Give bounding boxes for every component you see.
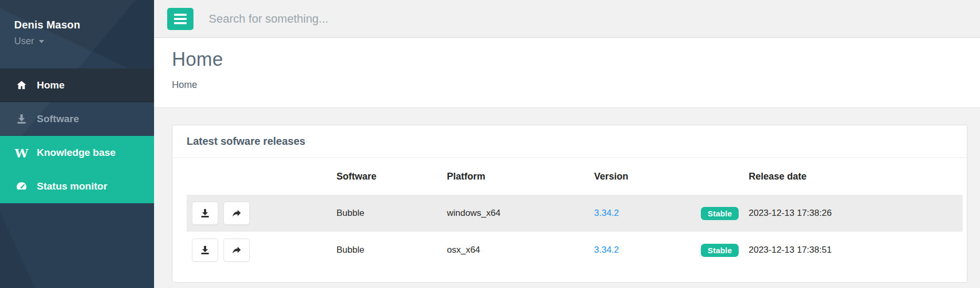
menu-toggle-button[interactable]: [167, 8, 193, 30]
cell-software: Bubble: [327, 195, 437, 232]
column-header-platform: Platform: [437, 158, 585, 195]
download-button[interactable]: [192, 202, 218, 225]
sidebar-item-label: Software: [37, 113, 79, 125]
share-icon: [231, 208, 242, 219]
chevron-down-icon: [39, 40, 44, 43]
page-header: Home Home: [154, 38, 980, 108]
sidebar: Denis Mason User Home Software W Knowled…: [0, 0, 154, 288]
share-button[interactable]: [223, 202, 250, 225]
status-badge: Stable: [701, 207, 739, 220]
wikipedia-icon: W: [14, 147, 29, 159]
version-link[interactable]: 3.34.2: [594, 208, 619, 218]
column-header-release-date: Release date: [739, 158, 963, 195]
table-row: Bubble windows_x64 3.34.2 Stable 2023-12…: [187, 195, 963, 232]
releases-table: Software Platform Version Release date: [187, 158, 963, 269]
sidebar-menu: Home Software W Knowledge base Status mo…: [0, 68, 154, 203]
cell-platform: windows_x64: [437, 195, 585, 232]
sidebar-item-knowledge-base[interactable]: W Knowledge base: [0, 136, 154, 170]
sidebar-item-status-monitor[interactable]: Status monitor: [0, 170, 154, 203]
column-header-channel: [691, 158, 739, 195]
user-profile: Denis Mason User: [0, 0, 154, 47]
sidebar-item-home[interactable]: Home: [0, 68, 154, 102]
column-header-software: Software: [327, 158, 437, 195]
download-button[interactable]: [192, 239, 218, 262]
search-input[interactable]: [208, 12, 578, 26]
cell-platform: osx_x64: [437, 232, 585, 269]
sidebar-item-label: Knowledge base: [37, 147, 116, 158]
share-icon: [231, 245, 242, 255]
sidebar-item-software[interactable]: Software: [0, 102, 154, 136]
table-header-row: Software Platform Version Release date: [187, 158, 963, 195]
sidebar-item-label: Home: [37, 80, 65, 91]
gauge-icon: [14, 181, 29, 192]
download-icon: [200, 245, 210, 255]
share-button[interactable]: [223, 239, 250, 262]
user-role-dropdown[interactable]: User: [14, 36, 44, 47]
releases-table-wrap: Software Platform Version Release date: [172, 158, 967, 269]
breadcrumb[interactable]: Home: [172, 80, 980, 91]
user-name: Denis Mason: [14, 19, 154, 31]
home-icon: [14, 80, 29, 91]
download-icon: [200, 208, 210, 219]
download-icon: [14, 113, 29, 125]
cell-release-date: 2023-12-13 17:38:26: [739, 195, 963, 232]
card-title: Latest sofware releases: [172, 125, 967, 158]
cell-software: Bubble: [327, 232, 437, 269]
column-header-actions: [187, 158, 327, 195]
status-badge: Stable: [701, 244, 739, 257]
user-role-label: User: [14, 36, 34, 47]
page-title: Home: [172, 48, 980, 71]
version-link[interactable]: 3.34.2: [594, 245, 619, 255]
table-row: Bubble osx_x64 3.34.2 Stable 2023-12-13 …: [187, 232, 963, 269]
cell-release-date: 2023-12-13 17:38:51: [739, 232, 963, 269]
sidebar-item-label: Status monitor: [37, 181, 107, 192]
column-header-version: Version: [585, 158, 691, 195]
topbar: [154, 0, 980, 38]
hamburger-icon: [174, 14, 187, 16]
latest-releases-card: Latest sofware releases Software Platfor…: [172, 125, 967, 283]
